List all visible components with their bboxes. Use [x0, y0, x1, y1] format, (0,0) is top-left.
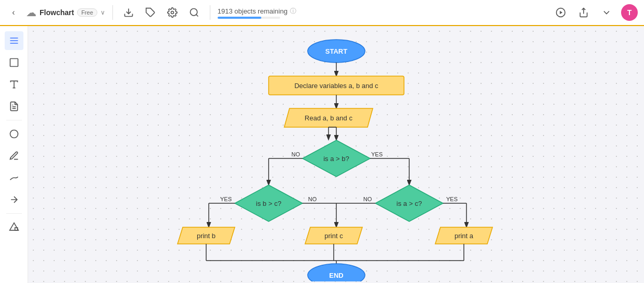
svg-marker-3 — [560, 11, 562, 15]
cloud-indicator: ☁ Flowchart Free ∨ — [26, 6, 105, 19]
sidebar-note-btn[interactable] — [5, 97, 23, 116]
objects-counter: 1913 objects remaining ⓘ — [218, 7, 296, 19]
svg-text:print a: print a — [454, 232, 473, 240]
sidebar-connector-btn[interactable] — [5, 190, 23, 209]
divider2 — [210, 5, 210, 20]
svg-text:NO: NO — [308, 196, 317, 202]
sidebar-extra-shapes-btn[interactable] — [5, 125, 23, 143]
sidebar-text-btn[interactable] — [5, 75, 23, 94]
svg-point-1 — [190, 9, 197, 16]
more-button[interactable] — [598, 4, 615, 21]
sidebar-menu-btn[interactable] — [5, 31, 23, 50]
svg-rect-14 — [15, 228, 17, 230]
flowchart-canvas[interactable]: START Declare variables a, b and c Read … — [28, 26, 644, 283]
svg-text:YES: YES — [371, 151, 382, 157]
left-sidebar — [0, 26, 28, 283]
svg-text:print c: print c — [324, 232, 343, 240]
svg-text:is a > c?: is a > c? — [396, 200, 422, 207]
svg-point-12 — [10, 130, 18, 138]
svg-text:END: END — [329, 272, 343, 279]
back-button[interactable]: ‹ — [6, 5, 21, 20]
svg-text:is b > c?: is b > c? — [256, 200, 281, 207]
search-button[interactable] — [186, 4, 203, 21]
plan-badge: Free — [77, 8, 97, 17]
objects-remaining-text: 1913 objects remaining — [218, 7, 287, 15]
sidebar-curve-btn[interactable] — [5, 168, 23, 187]
svg-text:Read a, b and c: Read a, b and c — [305, 114, 352, 122]
user-avatar[interactable]: T — [621, 4, 638, 21]
svg-rect-7 — [10, 59, 18, 67]
sidebar-insert-btn[interactable] — [5, 218, 23, 237]
sidebar-draw-btn[interactable] — [5, 146, 23, 165]
document-title: Flowchart — [40, 8, 74, 17]
svg-text:NO: NO — [363, 196, 372, 202]
objects-progress-fill — [218, 17, 261, 19]
svg-text:START: START — [325, 47, 347, 55]
sidebar-shapes-btn[interactable] — [5, 53, 23, 72]
svg-text:YES: YES — [446, 196, 457, 202]
objects-info-icon: ⓘ — [290, 7, 296, 16]
share-button[interactable] — [575, 4, 592, 21]
download-button[interactable] — [120, 4, 137, 21]
svg-text:YES: YES — [220, 196, 231, 202]
topbar: ‹ ☁ Flowchart Free ∨ 1913 objects remain… — [0, 0, 644, 26]
svg-text:print b: print b — [196, 232, 215, 240]
topbar-right-actions: T — [552, 4, 638, 21]
present-button[interactable] — [552, 4, 569, 21]
cloud-icon: ☁ — [26, 6, 36, 19]
sidebar-divider1 — [6, 120, 22, 120]
objects-progress-bar — [218, 17, 280, 19]
tag-button[interactable] — [142, 4, 159, 21]
title-chevron[interactable]: ∨ — [100, 9, 105, 16]
settings-button[interactable] — [164, 4, 181, 21]
svg-text:is a > b?: is a > b? — [323, 155, 349, 163]
svg-point-0 — [171, 11, 173, 14]
flowchart-diagram: START Declare variables a, b and c Read … — [154, 31, 519, 281]
sidebar-divider2 — [6, 213, 22, 214]
svg-text:Declare variables a, b and c: Declare variables a, b and c — [294, 82, 378, 90]
svg-text:NO: NO — [291, 151, 300, 157]
divider1 — [112, 5, 113, 20]
